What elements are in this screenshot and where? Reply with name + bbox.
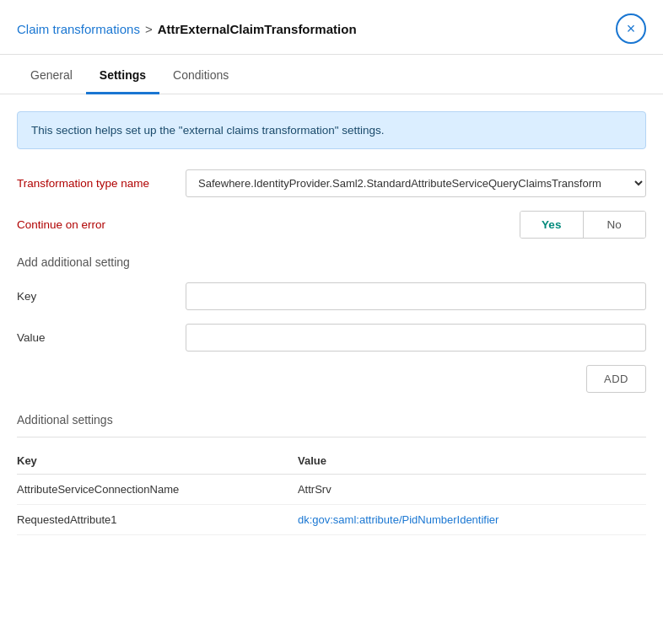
tab-settings[interactable]: Settings	[86, 58, 159, 94]
table-head: Key Value	[17, 448, 646, 475]
transformation-type-select[interactable]: Safewhere.IdentityProvider.Saml2.Standar…	[186, 169, 646, 197]
continue-on-error-row: Continue on error Yes No	[17, 211, 646, 239]
transformation-type-row: Transformation type name Safewhere.Ident…	[17, 169, 646, 197]
continue-on-error-label: Continue on error	[17, 218, 186, 231]
table-row: AttributeServiceConnectionNameAttrSrv	[17, 475, 646, 505]
table-header-row: Key Value	[17, 448, 646, 475]
info-banner: This section helps set up the "external …	[17, 111, 646, 149]
additional-settings-section: Additional settings Key Value AttributeS…	[17, 413, 646, 535]
header: Claim transformations > AttrExternalClai…	[0, 0, 663, 55]
close-icon: ×	[627, 21, 636, 36]
value-control	[186, 324, 646, 352]
value-label: Value	[17, 331, 186, 344]
row-value-0: AttrSrv	[298, 475, 646, 505]
add-button-row: ADD	[17, 365, 646, 393]
add-additional-setting-title: Add additional setting	[17, 255, 646, 269]
close-button[interactable]: ×	[616, 13, 646, 44]
row-key-0: AttributeServiceConnectionName	[17, 475, 298, 505]
key-control	[186, 282, 646, 310]
col-value-header: Value	[298, 448, 646, 475]
info-banner-text: This section helps set up the "external …	[31, 124, 385, 137]
breadcrumb-link[interactable]: Claim transformations	[17, 22, 140, 36]
table-row: RequestedAttribute1dk:gov:saml:attribute…	[17, 505, 646, 535]
toggle-group: Yes No	[520, 211, 646, 239]
tab-general[interactable]: General	[17, 58, 86, 94]
breadcrumb-separator: >	[145, 22, 153, 36]
settings-content: This section helps set up the "external …	[0, 94, 663, 552]
tab-conditions[interactable]: Conditions	[159, 58, 242, 94]
breadcrumb-current: AttrExternalClaimTransformation	[158, 22, 357, 36]
key-label: Key	[17, 290, 186, 303]
transformation-type-control: Safewhere.IdentityProvider.Saml2.Standar…	[186, 169, 646, 197]
row-key-1: RequestedAttribute1	[17, 505, 298, 535]
additional-settings-title: Additional settings	[17, 413, 646, 427]
row-value-1: dk:gov:saml:attribute/PidNumberIdentifie…	[298, 505, 646, 535]
section-divider	[17, 437, 646, 437]
toggle-yes-button[interactable]: Yes	[520, 212, 584, 238]
value-row: Value	[17, 324, 646, 352]
tab-bar: General Settings Conditions	[0, 58, 663, 94]
add-button[interactable]: ADD	[586, 365, 646, 393]
toggle-no-button[interactable]: No	[584, 212, 646, 238]
additional-settings-table: Key Value AttributeServiceConnectionName…	[17, 448, 646, 535]
key-input[interactable]	[186, 282, 646, 310]
key-row: Key	[17, 282, 646, 310]
col-key-header: Key	[17, 448, 298, 475]
continue-on-error-toggle: Yes No	[520, 211, 646, 239]
value-input[interactable]	[186, 324, 646, 352]
transformation-type-label: Transformation type name	[17, 177, 186, 190]
table-body: AttributeServiceConnectionNameAttrSrvReq…	[17, 475, 646, 535]
breadcrumb: Claim transformations > AttrExternalClai…	[17, 22, 357, 36]
